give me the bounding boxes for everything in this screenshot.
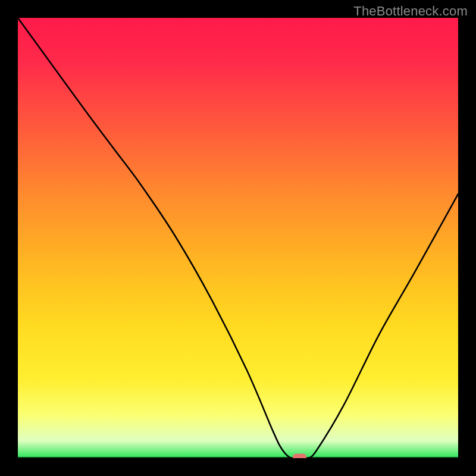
plot-area — [18, 18, 458, 458]
chart-frame: TheBottleneck.com — [0, 0, 476, 476]
watermark-text: TheBottleneck.com — [353, 4, 468, 19]
bottleneck-curve-path — [18, 18, 458, 458]
optimal-marker — [293, 454, 306, 458]
chart-svg — [18, 18, 458, 458]
